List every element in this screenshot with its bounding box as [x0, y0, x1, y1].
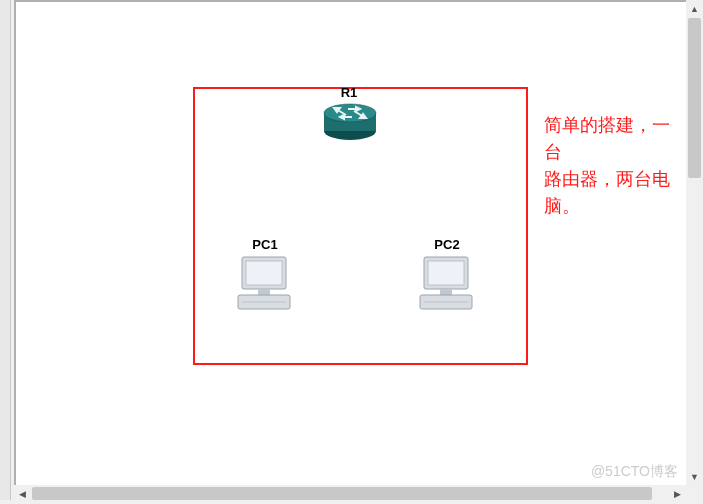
left-gutter-panel	[0, 0, 11, 500]
annotation-line2: 路由器，两台电	[544, 169, 670, 189]
svg-rect-13	[258, 289, 270, 295]
watermark-text: @51CTO博客	[591, 463, 678, 481]
svg-marker-8	[340, 115, 344, 119]
svg-marker-10	[356, 107, 360, 111]
scroll-left-arrow-icon[interactable]: ◀	[14, 485, 31, 502]
svg-point-2	[324, 104, 376, 122]
topology-canvas[interactable]: R1 PC1	[14, 0, 686, 485]
annotation-line1: 简单的搭建，一台	[544, 115, 670, 162]
router-r1-label: R1	[319, 85, 379, 100]
horizontal-scrollbar[interactable]: ◀ ▶	[14, 485, 686, 502]
pc2-icon[interactable]	[416, 255, 476, 313]
svg-rect-12	[246, 261, 282, 285]
svg-rect-18	[440, 289, 452, 295]
svg-rect-17	[428, 261, 464, 285]
horizontal-scrollbar-thumb[interactable]	[32, 487, 652, 500]
annotation-text: 简单的搭建，一台 路由器，两台电 脑。	[544, 112, 686, 220]
pc1-icon[interactable]	[234, 255, 294, 313]
scroll-down-arrow-icon[interactable]: ▼	[686, 468, 703, 485]
pc2-label: PC2	[417, 237, 477, 252]
vertical-scrollbar-thumb[interactable]	[688, 18, 701, 178]
annotation-line3: 脑。	[544, 196, 580, 216]
viewport: R1 PC1	[0, 0, 703, 504]
router-r1-icon[interactable]	[322, 103, 378, 141]
scroll-up-arrow-icon[interactable]: ▲	[686, 0, 703, 17]
pc1-label: PC1	[235, 237, 295, 252]
vertical-scrollbar[interactable]: ▲ ▼	[686, 0, 703, 485]
scroll-right-arrow-icon[interactable]: ▶	[669, 485, 686, 502]
